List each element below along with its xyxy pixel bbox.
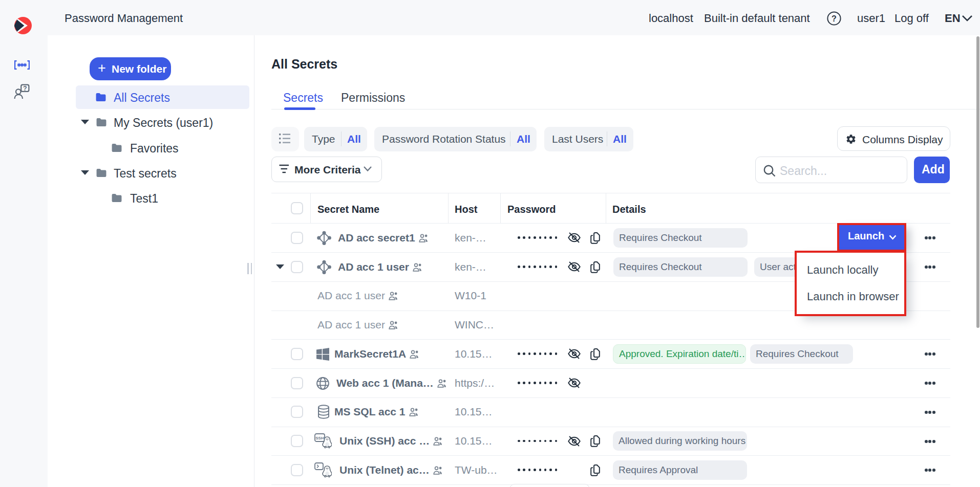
svg-text:?: ?: [832, 14, 837, 23]
svg-text:?: ?: [23, 85, 27, 92]
svg-text:SSH: SSH: [315, 436, 324, 440]
